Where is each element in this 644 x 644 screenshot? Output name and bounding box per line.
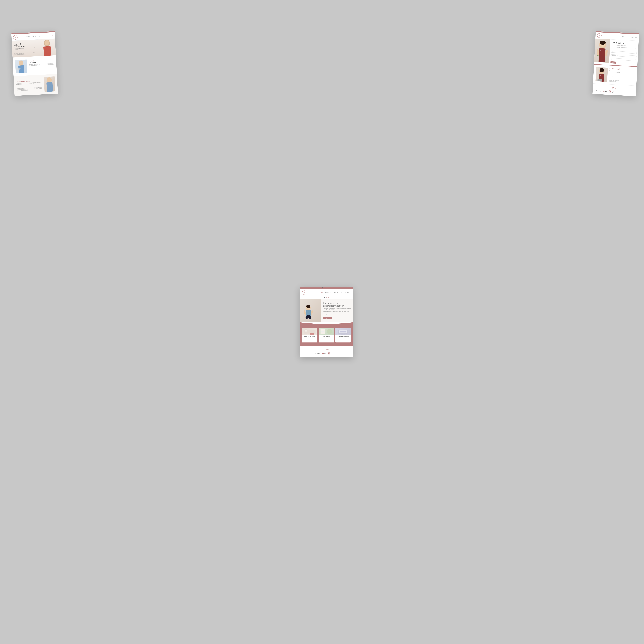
instagram-icon[interactable]: Ⓘ [49, 35, 50, 36]
logo-text: Va [304, 292, 305, 293]
right-nav-home[interactable]: HOME [622, 36, 624, 37]
ncj-house-icon [322, 353, 324, 354]
right-nav-lets-work[interactable]: LET'S WORK TOGETHER [626, 36, 637, 38]
right-browser-window: Va HOME LET'S WORK TOGETHER [593, 31, 639, 96]
service-image-vb [302, 328, 317, 335]
nav-about[interactable]: ABOUT [340, 292, 344, 293]
submit-button[interactable]: Submit [610, 61, 616, 64]
service-card-ep: Event Planning Experience seamless coord… [319, 328, 334, 342]
nav-home[interactable]: HOME [320, 292, 323, 293]
ep-card-body: Event Planning Experience seamless coord… [319, 335, 334, 342]
svg-rect-31 [340, 331, 346, 332]
right-nav-links: HOME LET'S WORK TOGETHER [622, 36, 637, 38]
services-section: Virtual Business Support Feel organised,… [300, 326, 353, 346]
phone-icon: 📞 [322, 288, 324, 289]
how-found-input[interactable] [611, 54, 637, 57]
left-hero-image [38, 39, 56, 56]
clients-logos: Lyla Powell NCJ P Pa [302, 352, 351, 354]
left-nav-links: HOME LET'S WORK TOGETHER ABOUT CONTACT [20, 35, 46, 38]
facebook-icon[interactable]: f [326, 297, 327, 298]
left-nav-contact[interactable]: CONTACT [42, 35, 46, 36]
linkedin-icon[interactable]: in [52, 35, 53, 36]
logo: Va [302, 290, 306, 295]
left-nav-home[interactable]: HOME [20, 37, 23, 38]
about-section: about Virtual Business Support I know th… [14, 74, 58, 96]
about-person-illustration [44, 76, 56, 92]
vb-card-body: Virtual Business Support Feel organised,… [302, 335, 317, 341]
facebook-icon[interactable]: f [51, 35, 52, 36]
svg-rect-32 [340, 334, 345, 334]
contact-details-text: Contact Details You can email me directl… [609, 68, 635, 83]
hero-section: Providing seamless administrative suppor… [300, 299, 353, 322]
get-in-touch-image [594, 39, 610, 63]
right-payroll-line2: Edge [611, 92, 614, 93]
svg-point-7 [47, 77, 52, 83]
hero-desc1: Gain back time, energy, and passion for … [323, 308, 351, 310]
social-row: 📷 f in [300, 296, 353, 299]
svg-rect-13 [306, 310, 311, 316]
left-hero-body1: I know you are so over run that the admi… [14, 52, 36, 55]
linkedin-icon[interactable]: in [328, 297, 329, 298]
right-client-lyla: Lyla Powell [595, 90, 601, 92]
svg-rect-8 [46, 82, 53, 92]
contact-details-section: Contact Details You can email me directl… [593, 64, 637, 86]
here-text-area: Here To Assist You With the ability to o… [28, 58, 54, 73]
here-body: With the ability to outsource both long … [29, 63, 54, 66]
payroll-logo-icon: P [328, 352, 330, 354]
hero-image [300, 299, 321, 322]
about-person-image [44, 76, 56, 92]
right-clients-title: Clients [595, 86, 634, 90]
service-card-ts: Technology & Social Media Dependable, tr… [335, 328, 351, 342]
client-creative-planner: CreativePlanner [336, 352, 339, 354]
ep-illustration [320, 328, 333, 335]
client-ncj: NCJ [322, 353, 326, 354]
website-input[interactable] [611, 58, 636, 61]
contact-form: Get In Touch Virtual Team Australia stri… [609, 39, 639, 66]
instagram-icon[interactable]: 📷 [324, 297, 325, 298]
contact-row: Contact Details You can email me directl… [596, 67, 635, 83]
hero-desc2: With years of experience in Virtual Busi… [323, 311, 351, 315]
here-section: Here To Assist You With the ability to o… [13, 55, 57, 76]
nav-links: HOME LET'S WORK TOGETHER ABOUT CONTACT [320, 292, 351, 293]
service-card-vb: Virtual Business Support Feel organised,… [302, 328, 317, 342]
left-hero-text: Virtual Business Support Is administrati… [14, 42, 36, 58]
ts-card-body: Technology & Social Media Dependable, tr… [335, 335, 351, 341]
top-bar: 📞 049 773 803 [300, 287, 353, 289]
here-person-illustration [15, 60, 27, 74]
svg-rect-24 [321, 330, 325, 330]
ts-desc: Dependable, trustworthy, and professiona… [336, 337, 350, 340]
about-text: about Virtual Business Support I know th… [16, 77, 43, 93]
service-image-ep [319, 328, 334, 335]
form-body: Leave me a message with a bit of informa… [611, 47, 637, 50]
contact-phone: 049 773 803 [609, 75, 634, 78]
ts-illustration [336, 328, 350, 335]
hero-text: Providing seamless administrative suppor… [321, 299, 353, 322]
get-in-touch-section: Get In Touch Virtual Team Australia stri… [594, 39, 639, 66]
about-body2: I provide transparent experienced and a … [17, 87, 43, 91]
nav-contact[interactable]: CONTACT [345, 292, 351, 293]
right-clients-logos: Lyla Powell NCJ P Payroll Edge [595, 90, 634, 94]
about-body1: I know that it can be difficult for a sm… [16, 82, 42, 85]
here-image [15, 60, 27, 74]
right-payroll-icon: P [609, 91, 611, 93]
hero-title-script: Providing seamless administrative suppor… [323, 302, 351, 308]
ep-desc: Experience seamless coordination and man… [320, 337, 333, 341]
svg-rect-34 [323, 354, 323, 354]
payroll-line1: Payroll [331, 352, 334, 353]
left-nav-lets-work[interactable]: LET'S WORK TOGETHER [24, 36, 36, 38]
client-lyla-powell: Lyla Powell [314, 353, 320, 354]
name-input[interactable] [611, 51, 637, 54]
svg-rect-26 [321, 331, 324, 332]
svg-point-4 [19, 60, 24, 66]
nav-lets-work[interactable]: LET'S WORK TOGETHER [325, 292, 338, 293]
right-client-ncj: NCJ [603, 90, 607, 92]
svg-rect-40 [599, 48, 606, 63]
payroll-line2: Edge [331, 353, 334, 354]
enquire-button[interactable]: Enquire Now [323, 317, 332, 319]
left-nav-about[interactable]: ABOUT [37, 36, 41, 37]
svg-rect-22 [310, 333, 314, 335]
clients-title: Clients [302, 348, 351, 350]
left-hero-section: Virtual Business Support Is administrati… [12, 39, 56, 58]
ep-title: Event Planning [320, 336, 333, 337]
contact-person-illustration [594, 39, 610, 63]
